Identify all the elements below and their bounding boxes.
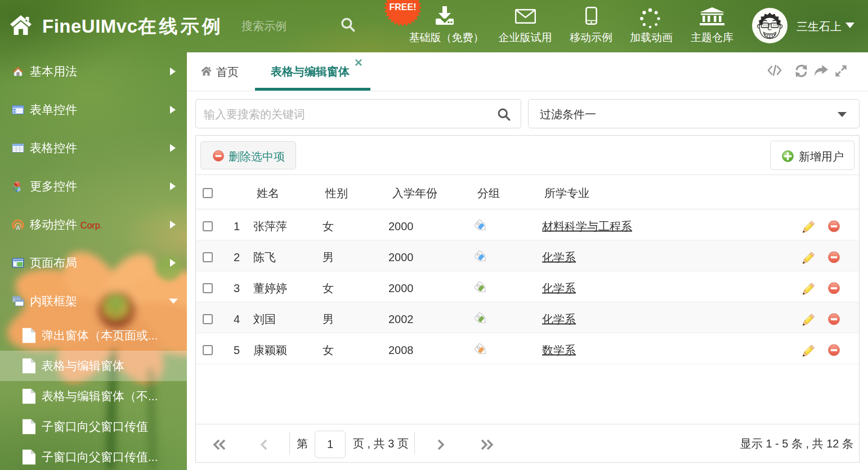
svg-text:FREE!: FREE! (390, 2, 417, 12)
